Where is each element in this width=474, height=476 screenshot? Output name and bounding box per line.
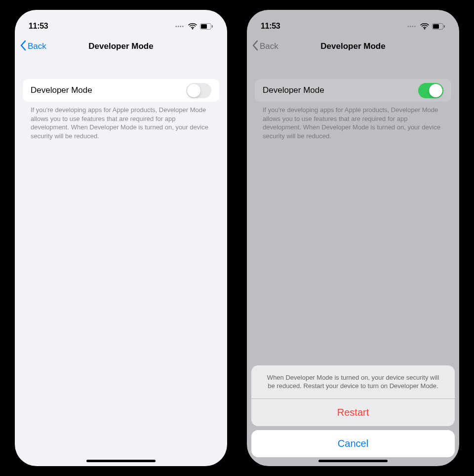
cellular-dots-icon: •••• [175, 24, 184, 29]
svg-rect-1 [201, 24, 207, 29]
action-sheet-main-group: When Developer Mode is turned on, your d… [251, 365, 455, 426]
status-bar: 11:53 •••• [15, 10, 227, 36]
battery-icon [432, 23, 445, 30]
developer-mode-description: If you're developing apps for Apple prod… [23, 102, 219, 140]
content-area: Developer Mode If you're developing apps… [15, 57, 227, 140]
developer-mode-toggle[interactable] [418, 83, 443, 98]
home-indicator[interactable] [86, 460, 156, 462]
restart-button[interactable]: Restart [251, 398, 455, 426]
chevron-left-icon [252, 40, 259, 53]
back-button[interactable]: Back [20, 40, 46, 53]
back-label: Back [260, 41, 278, 51]
chevron-left-icon [20, 40, 27, 53]
svg-rect-2 [212, 25, 213, 28]
action-sheet-message: When Developer Mode is turned on, your d… [251, 365, 455, 398]
page-title: Developer Mode [15, 41, 227, 51]
developer-mode-label: Developer Mode [263, 85, 324, 95]
phone-screen-left: 11:53 •••• Back Developer Mode Developer… [15, 10, 227, 466]
svg-rect-5 [444, 25, 445, 28]
developer-mode-row: Developer Mode [23, 79, 219, 102]
action-sheet-cancel-group: Cancel [251, 430, 455, 457]
status-indicators: •••• [407, 23, 445, 30]
status-time: 11:53 [261, 22, 280, 31]
battery-icon [200, 23, 213, 30]
status-time: 11:53 [29, 22, 48, 31]
action-sheet: When Developer Mode is turned on, your d… [251, 365, 455, 461]
home-indicator[interactable] [318, 460, 388, 462]
developer-mode-toggle[interactable] [186, 83, 211, 98]
nav-bar: Back Developer Mode [15, 36, 227, 57]
cancel-button[interactable]: Cancel [251, 430, 455, 457]
back-button[interactable]: Back [252, 40, 278, 53]
phone-screen-right: 11:53 •••• Back Developer Mode Developer… [247, 10, 459, 466]
toggle-knob [429, 84, 442, 97]
toggle-knob [187, 84, 200, 97]
wifi-icon [420, 23, 429, 30]
page-title: Developer Mode [247, 41, 459, 51]
back-label: Back [28, 41, 46, 51]
wifi-icon [188, 23, 197, 30]
nav-bar: Back Developer Mode [247, 36, 459, 57]
status-indicators: •••• [175, 23, 213, 30]
content-area: Developer Mode If you're developing apps… [247, 57, 459, 140]
svg-rect-4 [433, 24, 439, 29]
status-bar: 11:53 •••• [247, 10, 459, 36]
developer-mode-label: Developer Mode [31, 85, 92, 95]
developer-mode-row: Developer Mode [255, 79, 451, 102]
developer-mode-description: If you're developing apps for Apple prod… [255, 102, 451, 140]
cellular-dots-icon: •••• [407, 24, 416, 29]
